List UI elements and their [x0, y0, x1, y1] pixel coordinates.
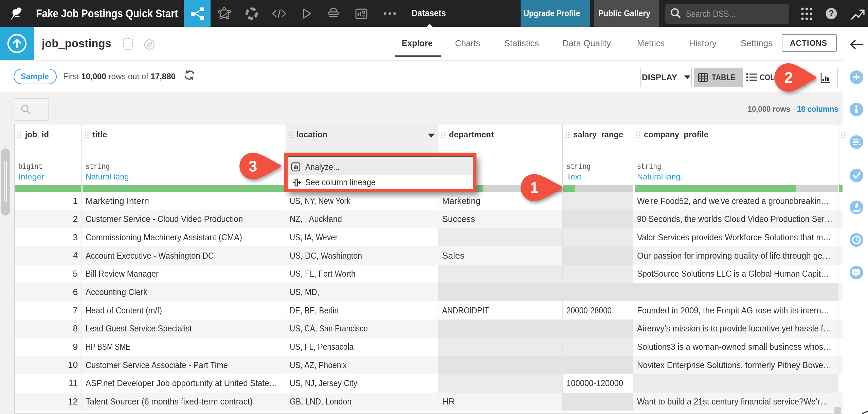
- svg-text:3: 3: [249, 157, 257, 175]
- svg-text:2: 2: [784, 69, 793, 86]
- svg-text:1: 1: [530, 179, 539, 196]
- svg-text:?: ?: [829, 8, 834, 18]
